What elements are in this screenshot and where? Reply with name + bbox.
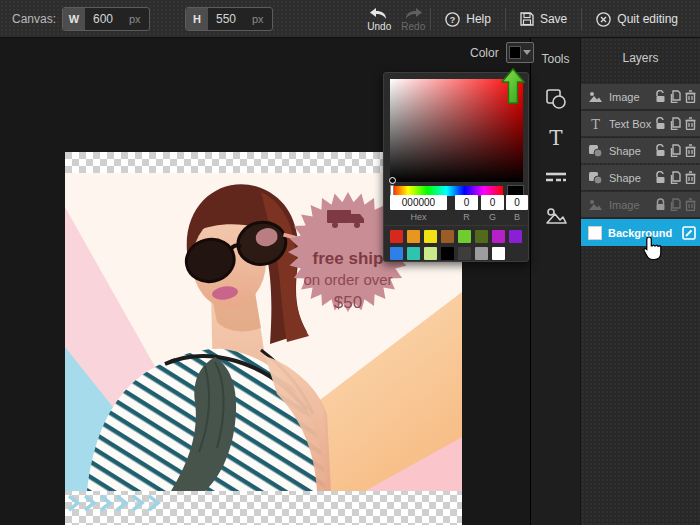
color-swatch[interactable] — [424, 230, 437, 243]
layer-row-shape-1[interactable]: Shape — [581, 138, 700, 163]
green-arrow-annotation — [501, 68, 525, 108]
layer-row-shape-2[interactable]: Shape — [581, 165, 700, 190]
tool-image[interactable] — [531, 197, 581, 235]
save-button[interactable]: Save — [506, 0, 581, 38]
canvas-height-field[interactable]: H px — [185, 7, 273, 31]
layer-row-textbox[interactable]: T Text Box — [581, 111, 700, 136]
layer-label: Shape — [609, 172, 655, 184]
image-layer-icon — [588, 198, 603, 211]
unlock-icon[interactable] — [655, 90, 666, 103]
badge-text-line1: free ship — [313, 249, 384, 268]
canvas-width-input[interactable] — [85, 12, 129, 26]
tool-text[interactable]: T — [531, 119, 581, 157]
color-label: Color — [470, 46, 499, 60]
save-label: Save — [540, 12, 567, 26]
color-swatch[interactable] — [424, 247, 437, 260]
sv-cursor[interactable] — [389, 177, 396, 184]
color-swatch[interactable] — [390, 247, 403, 260]
color-swatch[interactable] — [458, 230, 471, 243]
height-field-label: H — [186, 8, 208, 30]
r-input[interactable] — [455, 195, 478, 210]
trash-icon[interactable] — [685, 198, 696, 211]
color-swatch-dropdown[interactable] — [506, 42, 534, 63]
canvas-height-input[interactable] — [208, 12, 252, 26]
undo-label: Undo — [367, 21, 391, 32]
layers-panel: Layers Image — [580, 38, 700, 525]
image-layer-icon — [588, 90, 603, 103]
redo-icon — [403, 7, 423, 20]
tool-shapes[interactable] — [531, 80, 581, 118]
lines-icon — [544, 165, 568, 189]
height-unit: px — [252, 13, 272, 25]
unlock-icon[interactable] — [655, 144, 666, 157]
hex-input[interactable] — [390, 195, 447, 210]
duplicate-icon[interactable] — [670, 117, 681, 130]
hand-cursor — [641, 235, 663, 265]
color-swatch[interactable] — [475, 230, 488, 243]
redo-button[interactable]: Redo — [396, 0, 430, 38]
transparency-band-bottom — [65, 491, 462, 525]
background-color-swatch — [588, 226, 602, 240]
tools-panel: Tools T — [530, 38, 580, 525]
trash-icon[interactable] — [685, 144, 696, 157]
undo-button[interactable]: Undo — [362, 0, 396, 38]
trash-icon[interactable] — [685, 117, 696, 130]
duplicate-icon[interactable] — [670, 171, 681, 184]
badge-text-line2: on order over — [303, 271, 392, 288]
color-swatch[interactable] — [492, 247, 505, 260]
b-label: B — [506, 212, 528, 222]
badge-text-line3: $50 — [334, 293, 362, 312]
tool-lines[interactable] — [531, 158, 581, 196]
width-unit: px — [129, 13, 149, 25]
svg-text:T: T — [549, 126, 563, 150]
hex-label: Hex — [390, 212, 447, 222]
edit-icon[interactable] — [682, 226, 696, 240]
shapes-icon — [544, 87, 568, 111]
swatch-grid — [390, 230, 526, 260]
color-swatch[interactable] — [441, 247, 454, 260]
canvas-width-field[interactable]: W px — [62, 7, 150, 31]
save-icon — [520, 12, 534, 26]
duplicate-icon[interactable] — [670, 90, 681, 103]
divider — [384, 225, 528, 226]
r-label: R — [455, 212, 478, 222]
chevron-down-icon — [523, 50, 531, 55]
help-label: Help — [466, 12, 491, 26]
trash-icon[interactable] — [685, 90, 696, 103]
color-swatch[interactable] — [509, 230, 522, 243]
duplicate-icon[interactable] — [670, 144, 681, 157]
unlock-icon[interactable] — [655, 117, 666, 130]
color-swatch[interactable] — [458, 247, 471, 260]
svg-text:T: T — [591, 117, 600, 130]
lock-icon[interactable] — [655, 198, 666, 211]
color-swatch[interactable] — [407, 247, 420, 260]
color-swatch[interactable] — [390, 230, 403, 243]
text-layer-icon: T — [588, 117, 603, 130]
redo-label: Redo — [401, 21, 425, 32]
g-input[interactable] — [481, 195, 504, 210]
duplicate-icon[interactable] — [670, 198, 681, 211]
help-icon: ? — [445, 12, 460, 27]
tools-header: Tools — [531, 38, 580, 66]
quit-editing-button[interactable]: Quit editing — [582, 0, 692, 38]
layer-label: Shape — [609, 145, 655, 157]
layer-row-image-2-locked[interactable]: Image — [581, 192, 700, 217]
width-field-label: W — [63, 8, 85, 30]
help-button[interactable]: ? Help — [431, 0, 505, 38]
current-color-chip — [509, 46, 521, 59]
shape-layer-icon — [588, 144, 603, 157]
top-toolbar: Canvas: W px H px Undo — [0, 0, 700, 38]
color-swatch[interactable] — [407, 230, 420, 243]
b-input[interactable] — [506, 195, 528, 210]
color-swatch[interactable] — [492, 230, 505, 243]
trash-icon[interactable] — [685, 171, 696, 184]
layer-row-image-1[interactable]: Image — [581, 84, 700, 109]
unlock-icon[interactable] — [655, 171, 666, 184]
color-swatch[interactable] — [441, 230, 454, 243]
canvas-label: Canvas: — [12, 12, 56, 26]
quit-icon — [596, 12, 611, 27]
layer-label: Image — [609, 91, 655, 103]
layer-label: Text Box — [609, 118, 655, 130]
svg-text:?: ? — [450, 15, 456, 25]
color-swatch[interactable] — [475, 247, 488, 260]
